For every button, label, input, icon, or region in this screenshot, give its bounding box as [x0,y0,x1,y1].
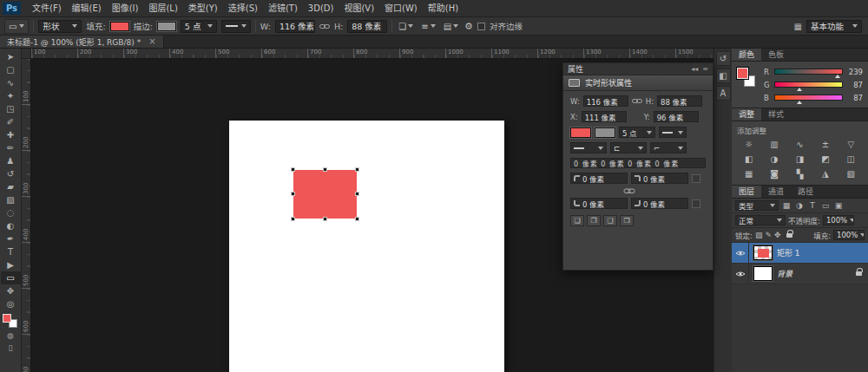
dodge-tool[interactable]: ◐ [1,219,21,232]
menu-item[interactable]: 窗口(W) [379,0,423,16]
link-dimensions-icon[interactable] [632,97,642,106]
history-panel-icon[interactable]: ↺ [716,51,731,66]
tab-layers[interactable]: 图层 [732,186,761,198]
fill-color-swatch[interactable] [110,22,129,31]
shape-width-input[interactable]: 116 像素 [275,20,315,33]
radius-option-checkbox[interactable] [692,174,700,183]
layer-visibility-toggle[interactable] [732,243,749,263]
shape-handle-bottom-right[interactable] [355,217,359,221]
tool-preset-picker[interactable]: ▭ [4,19,29,34]
pen-tool[interactable]: ✒ [1,232,21,245]
move-tool[interactable]: ➤ [1,50,21,63]
filter-pixel-layers-icon[interactable]: ▦ [781,201,792,210]
levels-icon[interactable]: ▥ [762,138,786,151]
threshold-icon[interactable]: ◮ [813,167,837,180]
shape-height-input[interactable]: 88 像素 [347,20,387,33]
layer-thumbnail[interactable] [753,245,773,260]
character-panel-icon[interactable]: A [716,86,731,101]
path-operations-dropdown[interactable]: ❏ [397,21,415,32]
link-dimensions-icon[interactable] [319,22,330,31]
menu-item[interactable]: 视图(V) [339,0,379,16]
filter-type-layers-icon[interactable]: T [807,201,818,210]
layer-row-background[interactable]: 背景 [732,264,868,284]
prop-x-input[interactable]: 111 像素 [582,111,627,122]
shape-handle-top-left[interactable] [291,167,295,172]
path-selection-tool[interactable]: ▶ [1,258,21,271]
prop-stroke-width-select[interactable]: 5 点 [619,127,655,138]
radius-option-checkbox[interactable] [692,199,700,208]
menu-item[interactable]: 帮助(H) [423,0,464,16]
panel-menu-icon[interactable]: ≡ [702,65,708,73]
screen-mode-icon[interactable]: ▯ [1,342,21,354]
shape-handle-top-middle[interactable] [323,167,327,172]
rectangular-marquee-tool[interactable]: ▢ [1,63,21,76]
exposure-icon[interactable]: ± [813,138,837,151]
eyedropper-tool[interactable]: ✐ [1,115,21,128]
prop-y-input[interactable]: 96 像素 [654,111,699,122]
green-channel-value[interactable]: 87 [846,81,863,89]
prop-width-input[interactable]: 116 像素 [583,95,628,107]
layer-name[interactable]: 背景 [777,268,852,279]
green-channel-slider[interactable] [774,82,843,88]
tab-color[interactable]: 颜色 [732,49,761,61]
prop-fill-color-swatch[interactable] [570,127,591,138]
link-radii-icon[interactable] [570,186,688,195]
radius-bottom-right-input[interactable]: 0 像素 [631,198,688,209]
vibrance-icon[interactable]: ▽ [839,138,863,151]
shape-handle-middle-right[interactable] [355,192,359,196]
tab-styles[interactable]: 样式 [761,108,791,121]
geometry-options-gear-icon[interactable]: ⚙ [464,21,473,32]
color-lookup-icon[interactable]: ▦ [737,167,760,180]
shape-handle-middle-left[interactable] [291,192,295,196]
prop-stroke-style-select[interactable] [659,127,687,138]
menu-item[interactable]: 文件(F) [27,0,67,16]
shape-handle-bottom-left[interactable] [291,217,295,221]
red-channel-slider[interactable] [774,69,843,75]
shape-rectangle[interactable] [293,170,357,219]
tab-swatches[interactable]: 色板 [761,49,791,61]
filter-shape-layers-icon[interactable]: ▭ [820,201,831,210]
channel-mixer-icon[interactable]: ◫ [839,153,863,166]
props-action-button-3[interactable]: ❑ [603,215,617,226]
shape-handle-bottom-middle[interactable] [323,217,327,221]
tab-channels[interactable]: 通道 [761,186,791,198]
stroke-caps-select[interactable]: ⊏ [610,142,647,153]
tab-paths[interactable]: 路径 [791,186,820,198]
shape-handle-top-right[interactable] [355,167,359,172]
clone-stamp-tool[interactable]: ♟ [1,154,21,167]
document-canvas[interactable] [229,121,504,372]
props-action-button-1[interactable]: ❏ [570,215,584,226]
props-action-button-4[interactable]: ❒ [620,215,634,226]
slider-marker[interactable] [797,101,802,104]
close-icon[interactable]: × [148,37,155,46]
props-action-button-2[interactable]: ❐ [587,215,601,226]
collapse-panel-icon[interactable]: ◂◂ [691,65,698,73]
foreground-color-swatch[interactable] [737,68,748,79]
prop-height-input[interactable]: 88 像素 [657,95,702,107]
brightness-contrast-icon[interactable]: ☼ [737,138,760,151]
stroke-width-select[interactable]: 5 点 [181,20,217,33]
lock-position-icon[interactable]: ✥ [774,231,781,239]
layer-thumbnail[interactable] [753,266,773,281]
properties-panel-titlebar[interactable]: 属性 ◂◂ ≡ [563,63,713,75]
blue-channel-value[interactable]: 87 [846,94,863,102]
radius-top-left-input[interactable]: 0 像素 [570,173,628,184]
posterize-icon[interactable]: ▚ [788,167,812,180]
gradient-map-icon[interactable]: ▧ [839,167,863,180]
curves-icon[interactable]: ∿ [788,138,812,151]
lock-all-icon[interactable] [786,233,792,238]
slider-marker[interactable] [835,75,840,78]
blur-tool[interactable]: ◌ [1,206,21,219]
photo-filter-icon[interactable]: ◩ [813,153,837,166]
layer-name[interactable]: 矩形 1 [777,247,868,258]
hue-saturation-icon[interactable]: ◧ [737,153,760,166]
healing-brush-tool[interactable]: ✚ [1,128,21,141]
menu-item[interactable]: 选择(S) [223,0,263,16]
slider-marker[interactable] [797,88,802,91]
radius-bottom-left-input[interactable]: 0 像素 [570,198,628,209]
tool-mode-select[interactable]: 形状 [38,20,82,33]
menu-item[interactable]: 图层(L) [143,0,182,16]
layers-empty-area[interactable] [732,284,868,372]
align-edges-checkbox[interactable] [477,23,485,30]
menu-item[interactable]: 编辑(E) [67,0,107,16]
